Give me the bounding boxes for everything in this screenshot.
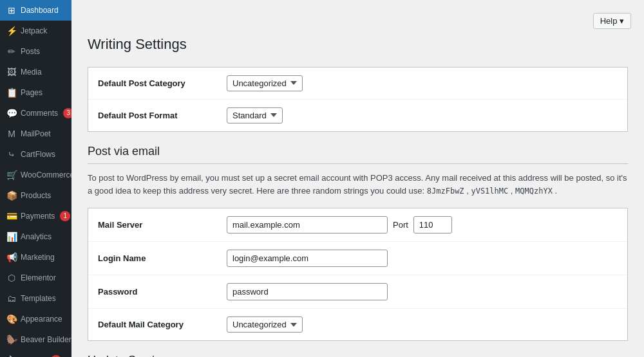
default-mail-category-row: Default Mail Category Uncategorized — [88, 309, 627, 340]
sidebar-item-cartflows[interactable]: ⤷ CartFlows — [0, 144, 71, 165]
post-via-email-section: Mail Server Port Login Name Password — [88, 208, 628, 341]
sidebar-item-label: Media — [21, 68, 42, 77]
posts-icon: ✏ — [6, 46, 17, 57]
default-post-format-row: Default Post Format Standard — [88, 100, 627, 131]
sidebar-item-label: Elementor — [21, 273, 56, 282]
sidebar-item-label: Payments — [21, 212, 55, 221]
payments-badge: 1 — [60, 211, 70, 221]
sidebar: ⊞ Dashboard ⚡ Jetpack ✏ Posts 🖼 Media 📋 … — [0, 0, 71, 357]
default-post-format-label: Default Post Format — [98, 111, 227, 120]
content-area: Writing Settings Default Post Category U… — [84, 35, 631, 357]
sidebar-item-payments[interactable]: 💳 Payments 1 — [0, 206, 71, 226]
random-string-1: 8JmzFbwZ — [427, 187, 464, 196]
sidebar-item-media[interactable]: 🖼 Media — [0, 62, 71, 82]
marketing-icon: 📢 — [6, 252, 17, 262]
mail-server-label: Mail Server — [98, 220, 227, 230]
sidebar-item-beaver-builder[interactable]: 🦫 Beaver Builder — [0, 329, 71, 350]
sidebar-item-pages[interactable]: 📋 Pages — [0, 82, 71, 103]
password-label: Password — [98, 287, 227, 297]
mail-server-field: Port — [227, 216, 618, 233]
mail-server-port-row: Port — [227, 216, 618, 233]
sidebar-item-mailpoet[interactable]: M MailPoet — [0, 124, 71, 144]
port-input[interactable] — [413, 216, 452, 233]
sidebar-item-label: Templates — [21, 294, 56, 303]
sidebar-item-analytics[interactable]: 📊 Analytics — [0, 226, 71, 247]
topbar: Help ▾ — [84, 13, 631, 29]
sidebar-item-appearance[interactable]: 🎨 Appearance — [0, 309, 71, 329]
sidebar-item-label: Beaver Builder — [21, 335, 71, 344]
sidebar-item-woocommerce[interactable]: 🛒 WooCommerce — [0, 165, 71, 185]
cartflows-icon: ⤷ — [6, 149, 17, 160]
default-post-category-select[interactable]: Uncategorized — [227, 75, 303, 91]
mail-server-input[interactable] — [227, 216, 388, 233]
default-post-category-field: Uncategorized — [227, 75, 618, 91]
password-row: Password — [88, 275, 627, 309]
sidebar-item-label: Jetpack — [21, 26, 47, 35]
sidebar-item-elementor[interactable]: ⬡ Elementor — [0, 268, 71, 288]
sidebar-item-label: Dashboard — [21, 6, 59, 15]
random-string-2: yVS1lhMC — [471, 187, 508, 196]
login-name-field — [227, 250, 618, 267]
mail-server-row: Mail Server Port — [88, 208, 627, 242]
sidebar-item-posts[interactable]: ✏ Posts — [0, 41, 71, 62]
default-post-category-row: Default Post Category Uncategorized — [88, 68, 627, 100]
login-name-input[interactable] — [227, 250, 388, 267]
default-post-format-select[interactable]: Standard — [227, 107, 283, 124]
jetpack-icon: ⚡ — [6, 26, 17, 36]
sidebar-item-label: CartFlows — [21, 150, 55, 159]
sidebar-item-label: Comments — [21, 109, 58, 118]
dashboard-icon: ⊞ — [6, 5, 17, 15]
post-via-email-description: To post to WordPress by email, you must … — [88, 172, 628, 199]
products-icon: 📦 — [6, 190, 17, 201]
help-button[interactable]: Help ▾ — [593, 13, 631, 29]
login-name-row: Login Name — [88, 242, 627, 275]
post-settings-section: Default Post Category Uncategorized Defa… — [88, 67, 628, 132]
sidebar-item-comments[interactable]: 💬 Comments 3 — [0, 103, 71, 124]
mailpoet-icon: M — [6, 129, 17, 139]
sidebar-item-label: Analytics — [21, 232, 52, 241]
main-content: Help ▾ Writing Settings Default Post Cat… — [71, 0, 644, 357]
appearance-icon: 🎨 — [6, 314, 17, 324]
sidebar-item-label: Posts — [21, 47, 40, 56]
woocommerce-icon: 🛒 — [6, 170, 17, 180]
default-mail-category-label: Default Mail Category — [98, 320, 227, 329]
sidebar-item-label: Appearance — [21, 315, 62, 324]
login-name-label: Login Name — [98, 253, 227, 263]
post-via-email-heading: Post via email — [88, 145, 628, 164]
sidebar-item-marketing[interactable]: 📢 Marketing — [0, 247, 71, 268]
sidebar-item-templates[interactable]: 🗂 Templates — [0, 288, 71, 309]
comments-badge: 3 — [63, 108, 71, 118]
sidebar-item-jetpack[interactable]: ⚡ Jetpack — [0, 21, 71, 41]
templates-icon: 🗂 — [6, 293, 17, 304]
pages-icon: 📋 — [6, 87, 17, 98]
sidebar-item-label: MailPoet — [21, 129, 51, 138]
analytics-icon: 📊 — [6, 232, 17, 242]
elementor-icon: ⬡ — [6, 273, 17, 283]
media-icon: 🖼 — [6, 67, 17, 77]
random-string-3: MQMQzhYX — [515, 187, 553, 196]
sidebar-item-label: Products — [21, 191, 51, 200]
update-services-heading: Update Services — [88, 354, 628, 357]
default-post-format-field: Standard — [227, 107, 618, 124]
port-label: Port — [393, 220, 408, 230]
sidebar-item-dashboard[interactable]: ⊞ Dashboard — [0, 0, 71, 21]
password-field — [227, 283, 618, 300]
password-input[interactable] — [227, 283, 388, 300]
default-mail-category-select[interactable]: Uncategorized — [227, 316, 303, 333]
payments-icon: 💳 — [6, 211, 17, 221]
default-post-category-label: Default Post Category — [98, 78, 227, 88]
sidebar-item-products[interactable]: 📦 Products — [0, 185, 71, 206]
beaver-builder-icon: 🦫 — [6, 334, 17, 345]
comments-icon: 💬 — [6, 108, 17, 118]
sidebar-item-label: WooCommerce — [21, 170, 71, 179]
default-mail-category-field: Uncategorized — [227, 316, 618, 333]
sidebar-item-label: Pages — [21, 88, 43, 97]
page-title: Writing Settings — [88, 35, 628, 54]
sidebar-item-plugins[interactable]: 🔌 Plugins 2 — [0, 350, 71, 357]
sidebar-item-label: Marketing — [21, 253, 55, 262]
